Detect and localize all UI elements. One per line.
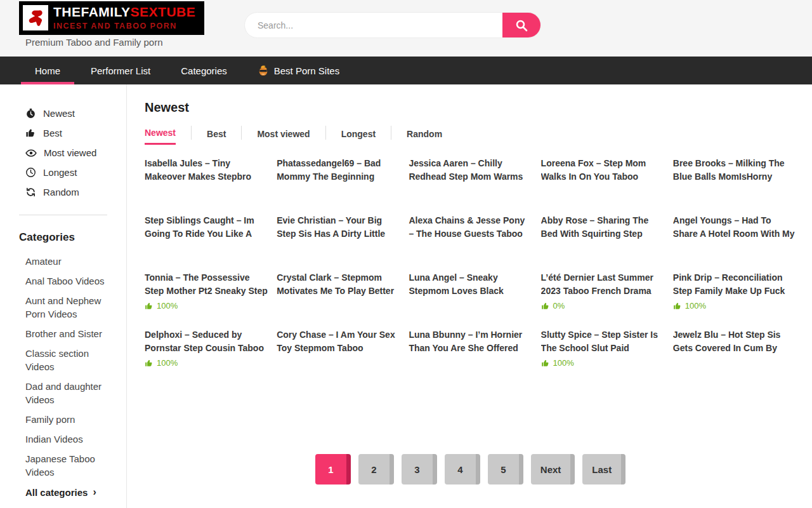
- category-link[interactable]: Dad and daughter Videos: [0, 377, 126, 410]
- sidebar-divider: [19, 215, 107, 215]
- video-card[interactable]: Abby Rose – Sharing The Bed With Squirti…: [541, 214, 664, 271]
- video-title: Delphoxi – Seduced by Pornstar Step Cous…: [145, 328, 268, 354]
- video-card[interactable]: Pink Drip – Reconciliation Step Family M…: [673, 271, 796, 328]
- pagination-button[interactable]: 2: [358, 454, 394, 485]
- video-card[interactable]: Loreena Fox – Step Mom Walks In On You T…: [541, 157, 664, 214]
- pagination-button[interactable]: Last: [582, 454, 625, 485]
- video-rating: 100%: [541, 358, 664, 368]
- search-button[interactable]: [502, 13, 540, 37]
- category-link[interactable]: Anal Taboo Videos: [0, 271, 126, 291]
- video-card[interactable]: Angel Youngs – Had To Share A Hotel Room…: [673, 214, 796, 271]
- video-card[interactable]: Jessica Aaren – Chilly Redhead Step Mom …: [409, 157, 532, 214]
- sort-tab[interactable]: Best: [207, 126, 226, 144]
- sort-tab[interactable]: Most viewed: [257, 126, 310, 144]
- search-icon: [514, 18, 529, 33]
- eye-icon: [25, 147, 37, 159]
- thumb-up-icon: [25, 128, 36, 138]
- nav-item-best-porn-sites[interactable]: Best Porn Sites: [244, 57, 353, 84]
- category-link[interactable]: Amateur: [0, 251, 126, 271]
- sidebar-item-newest[interactable]: Newest: [0, 104, 126, 123]
- refresh-icon: [25, 187, 36, 197]
- pagination-button[interactable]: 3: [402, 454, 437, 485]
- video-card[interactable]: Delphoxi – Seduced by Pornstar Step Cous…: [145, 328, 268, 385]
- cool-face-icon: [258, 65, 269, 76]
- page-title: Newest: [145, 100, 796, 115]
- category-link[interactable]: Brother and Sister: [0, 324, 126, 344]
- video-card[interactable]: Evie Christian – Your Big Step Sis Has A…: [277, 214, 400, 271]
- video-card[interactable]: Crystal Clark – Stepmom Motivates Me To …: [277, 271, 400, 328]
- sort-tab[interactable]: Longest: [341, 126, 376, 144]
- category-link[interactable]: Japanese Taboo Videos: [0, 449, 126, 482]
- tab-separator: [391, 126, 391, 140]
- video-card[interactable]: Step Siblings Caught – Im Going To Ride …: [145, 214, 268, 271]
- video-rating: 100%: [145, 358, 268, 368]
- pagination-button[interactable]: 1: [315, 454, 351, 485]
- video-card[interactable]: Luna Angel – Sneaky Stepmom Loves Black …: [409, 271, 532, 328]
- video-title: Jewelz Blu – Hot Step Sis Gets Covered I…: [673, 328, 796, 354]
- sidebar-item-best[interactable]: Best: [0, 123, 126, 143]
- category-link[interactable]: Family porn: [0, 410, 126, 429]
- sidebar-item-most-viewed[interactable]: Most viewed: [0, 143, 126, 163]
- video-title: Crystal Clark – Stepmom Motivates Me To …: [277, 271, 400, 297]
- video-card[interactable]: Cory Chase – I Am Your Sex Toy Stepmom T…: [277, 328, 400, 385]
- video-title: Alexa Chains & Jesse Pony – The House Gu…: [409, 214, 532, 240]
- rating-value: 100%: [685, 301, 706, 311]
- category-link[interactable]: Indian Videos: [0, 429, 126, 449]
- video-card[interactable]: Bree Brooks – Milking The Blue Balls Mom…: [673, 157, 796, 214]
- chevron-right-icon: ›: [93, 486, 96, 498]
- video-title: Phatassedangel69 – Bad Mommy The Beginni…: [277, 157, 400, 183]
- video-card[interactable]: L’été Dernier Last Summer 2023 Taboo Fre…: [541, 271, 664, 328]
- nav-item-home[interactable]: Home: [21, 57, 74, 84]
- video-card[interactable]: Slutty Spice – Step Sister Is The School…: [541, 328, 664, 385]
- pagination-button[interactable]: Next: [531, 454, 575, 485]
- video-title: Luna Angel – Sneaky Stepmom Loves Black …: [409, 271, 532, 297]
- video-title: Tonnia – The Possessive Step Mother Pt2 …: [145, 271, 268, 297]
- thumb-up-green-icon: [541, 302, 550, 311]
- category-link[interactable]: Classic section Videos: [0, 344, 126, 377]
- sort-tab[interactable]: Newest: [145, 124, 176, 145]
- video-title: Jessica Aaren – Chilly Redhead Step Mom …: [409, 157, 532, 183]
- video-card[interactable]: Alexa Chains & Jesse Pony – The House Gu…: [409, 214, 532, 271]
- video-title: Evie Christian – Your Big Step Sis Has A…: [277, 214, 400, 240]
- video-title: Cory Chase – I Am Your Sex Toy Stepmom T…: [277, 328, 400, 354]
- video-title: Bree Brooks – Milking The Blue Balls Mom…: [673, 157, 796, 183]
- nav-item-performer-list[interactable]: Performer List: [77, 57, 164, 84]
- thumb-up-green-icon: [673, 302, 682, 311]
- video-title: Abby Rose – Sharing The Bed With Squirti…: [541, 214, 664, 240]
- site-header: THEFAMILYSEXTUBE INCEST AND TABOO PORN P…: [0, 0, 812, 57]
- sidebar-item-longest[interactable]: Longest: [0, 163, 126, 182]
- sidebar: Newest Best Most viewed Longest Random C…: [0, 84, 127, 508]
- all-categories-link[interactable]: All categories ›: [0, 482, 126, 501]
- nav-item-categories[interactable]: Categories: [167, 57, 241, 84]
- pagination: 1 2 3 4 5 Next Last: [145, 454, 796, 485]
- search-input[interactable]: [245, 13, 502, 37]
- video-card[interactable]: Phatassedangel69 – Bad Mommy The Beginni…: [277, 157, 400, 214]
- pagination-button[interactable]: 4: [445, 454, 480, 485]
- video-title: Angel Youngs – Had To Share A Hotel Room…: [673, 214, 796, 240]
- video-card[interactable]: Jewelz Blu – Hot Step Sis Gets Covered I…: [673, 328, 796, 385]
- site-logo[interactable]: THEFAMILYSEXTUBE INCEST AND TABOO PORN: [19, 1, 204, 35]
- video-card[interactable]: Tonnia – The Possessive Step Mother Pt2 …: [145, 271, 268, 328]
- tab-separator: [241, 126, 242, 140]
- video-rating: 100%: [673, 301, 796, 311]
- timer-icon: [25, 108, 36, 119]
- thumb-up-green-icon: [145, 302, 154, 311]
- video-grid: Isabella Jules – Tiny Makeover Makes Ste…: [145, 157, 796, 385]
- video-card[interactable]: Isabella Jules – Tiny Makeover Makes Ste…: [145, 157, 268, 214]
- sidebar-item-random[interactable]: Random: [0, 182, 126, 202]
- sort-tab[interactable]: Random: [407, 126, 442, 144]
- categories-heading: Categories: [19, 231, 126, 244]
- category-link[interactable]: Aunt and Nephew Porn Videos: [0, 291, 126, 324]
- pagination-button[interactable]: 5: [488, 454, 523, 485]
- video-rating: 0%: [541, 301, 664, 311]
- video-rating: 100%: [145, 301, 268, 311]
- video-title: Slutty Spice – Step Sister Is The School…: [541, 328, 664, 354]
- video-card[interactable]: Luna Bbunny – I’m Hornier Than You Are S…: [409, 328, 532, 385]
- logo-figure-icon: [23, 5, 48, 30]
- main-nav: Home Performer List Categories Best Porn…: [0, 57, 812, 84]
- thumb-up-green-icon: [145, 359, 154, 368]
- category-list: Amateur Anal Taboo Videos Aunt and Nephe…: [0, 251, 126, 482]
- main-content: Newest Newest Best Most viewed Longest R…: [127, 84, 812, 508]
- video-title: Pink Drip – Reconciliation Step Family M…: [673, 271, 796, 297]
- logo-title: THEFAMILYSEXTUBE: [53, 4, 195, 20]
